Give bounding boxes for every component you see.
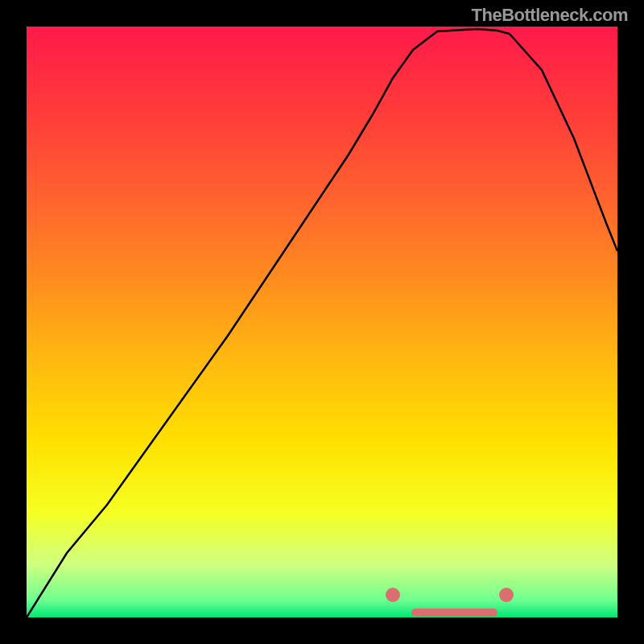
right-marker-dot xyxy=(499,588,514,602)
marker-layer xyxy=(27,27,617,617)
left-marker-dot xyxy=(386,588,400,602)
center-marker-bar xyxy=(411,609,497,617)
chart-area xyxy=(27,27,617,617)
watermark-text: TheBottleneck.com xyxy=(472,5,628,26)
